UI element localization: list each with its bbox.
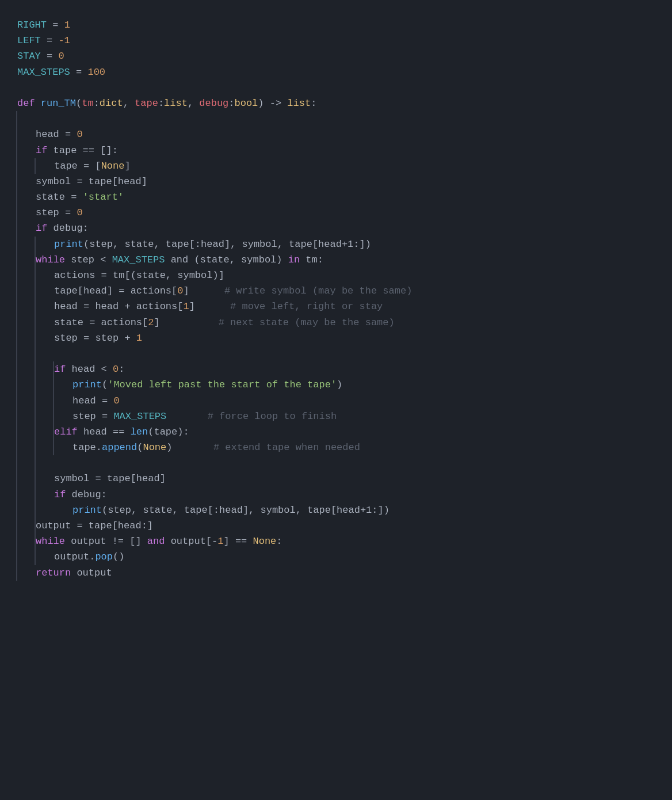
code-line-text: output.pop() [54,549,124,565]
code-line: if tape == []: [0,143,672,158]
code-line-text: head = 0 [36,127,83,142]
code-line: def run_TM(tm:dict, tape:list, debug:boo… [0,96,672,111]
code-line-text: print(step, state, tape[:head], symbol, … [72,502,390,518]
code-line-text: state = actions[2] # next state (may be … [54,315,395,330]
code-line-text: head = head + actions[1] # move left, ri… [54,299,383,314]
code-line: symbol = tape[head] [0,471,672,486]
code-line: tape = [None] [0,158,672,174]
code-line: return output [0,565,672,581]
code-line: symbol = tape[head] [0,174,672,189]
code-line-text: if tape == []: [36,143,118,158]
code-line: if debug: [0,487,672,502]
code-line: head = head + actions[1] # move left, ri… [0,299,672,314]
code-line: while step < MAX_STEPS and (state, symbo… [0,252,672,268]
code-line: actions = tm[(state, symbol)] [0,268,672,283]
code-line-text: step = 0 [36,205,83,220]
code-line-text: while step < MAX_STEPS and (state, symbo… [36,252,323,268]
code-line: state = 'start' [0,189,672,205]
code-line-text: STAY = 0 [17,48,64,64]
code-line: RIGHT = 1 [0,17,672,33]
code-line: if debug: [0,220,672,236]
code-line: while output != [] and output[-1] == Non… [0,534,672,549]
code-line [0,455,672,471]
code-line: step = MAX_STEPS # force loop to finish [0,409,672,424]
code-line-text: return output [36,565,112,581]
code-line: output.pop() [0,549,672,565]
code-line: tape[head] = actions[0] # write symbol (… [0,283,672,299]
code-line: print(step, state, tape[:head], symbol, … [0,237,672,252]
code-line: head = 0 [0,393,672,409]
code-line-text: actions = tm[(state, symbol)] [54,268,224,283]
code-line: if head < 0: [0,361,672,377]
code-line: print(step, state, tape[:head], symbol, … [0,502,672,518]
code-line-text: elif head == len(tape): [54,424,189,440]
code-line-text: step = step + 1 [54,330,142,346]
code-line: STAY = 0 [0,48,672,64]
code-line: step = step + 1 [0,330,672,346]
code-line: print('Moved left past the start of the … [0,377,672,393]
code-line-text: symbol = tape[head] [36,174,147,189]
code-lines: RIGHT = 1LEFT = -1STAY = 0MAX_STEPS = 10… [0,17,672,581]
code-line-text: step = MAX_STEPS # force loop to finish [72,409,337,424]
code-line-text: MAX_STEPS = 100 [17,64,105,80]
code-line-text: head = 0 [72,393,120,409]
code-line: step = 0 [0,205,672,220]
code-line: MAX_STEPS = 100 [0,64,672,80]
code-line-text: RIGHT = 1 [17,17,70,33]
code-line-text: tape[head] = actions[0] # write symbol (… [54,283,412,299]
code-line: head = 0 [0,127,672,142]
code-line [0,80,672,96]
code-line-text: state = 'start' [36,189,124,205]
code-line-text: def run_TM(tm:dict, tape:list, debug:boo… [17,96,316,111]
code-line-text: if debug: [36,220,89,236]
code-line-text: while output != [] and output[-1] == Non… [36,534,282,549]
code-line-text: if head < 0: [54,361,124,377]
code-line-text: LEFT = -1 [17,33,70,48]
code-line-text: symbol = tape[head] [54,471,166,486]
code-line-text: tape.append(None) # extend tape when nee… [72,440,360,455]
code-line: LEFT = -1 [0,33,672,48]
code-line: output = tape[head:] [0,518,672,534]
code-line-text: print('Moved left past the start of the … [72,377,342,393]
code-line: elif head == len(tape): [0,424,672,440]
code-line: tape.append(None) # extend tape when nee… [0,440,672,455]
code-line [0,346,672,361]
code-line-text: output = tape[head:] [36,518,153,534]
code-editor: RIGHT = 1LEFT = -1STAY = 0MAX_STEPS = 10… [0,12,672,586]
code-line [0,111,672,127]
code-line-text: print(step, state, tape[:head], symbol, … [54,237,371,252]
code-line-text: if debug: [54,487,107,502]
code-line-text: tape = [None] [54,158,131,174]
code-line: state = actions[2] # next state (may be … [0,315,672,330]
